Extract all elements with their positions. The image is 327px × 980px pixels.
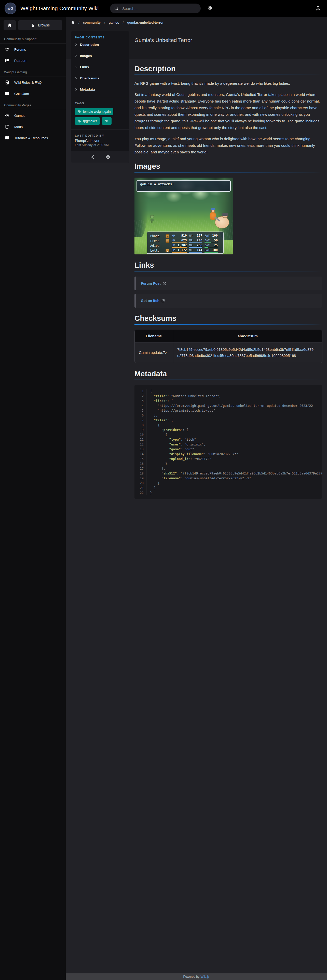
code-line: 1{ — [134, 389, 322, 394]
page-footer: Powered by Wiki.js — [66, 974, 327, 980]
tag-chip-rpgmaker[interactable]: rpgmaker — [75, 117, 100, 125]
goblin-sprite — [150, 215, 154, 223]
page-contents-label: PAGE CONTENTS — [75, 36, 125, 39]
site-logo[interactable]: wG — [5, 3, 16, 14]
search-box[interactable] — [110, 3, 201, 13]
battle-status-row: AdipeHP1,302MP266FAT25 — [147, 243, 223, 248]
page-title: Gumia's Unbelted Terror — [134, 37, 192, 43]
toc-item-images[interactable]: Images — [75, 50, 125, 61]
print-button[interactable] — [105, 155, 110, 159]
toc-item-metadata[interactable]: Metadata — [75, 84, 125, 95]
code-line: 20 } — [134, 480, 322, 485]
code-line: 15 "upload_id": "9421172" — [134, 457, 322, 461]
sidebar-item-label: Wiki Rules & FAQ — [14, 81, 41, 84]
state-icon-empty — [166, 244, 169, 248]
code-line: 6 ], — [134, 413, 322, 418]
link-forum-post[interactable]: Forum Post — [134, 277, 322, 290]
sidebar-item-tutorials[interactable]: Tutorials & Resources — [0, 132, 66, 143]
external-link-icon — [161, 299, 165, 302]
footer-text: Powered by — [183, 975, 199, 978]
browse-tags-icon[interactable] — [207, 5, 213, 11]
game-screenshot[interactable]: goblin A attacks! Phage↻HP910MP137FAT100… — [134, 178, 233, 255]
code-lines: 1{2 "title": "Gumia's Unbelted Terror",3… — [134, 389, 322, 495]
external-link-icon — [163, 282, 166, 285]
sidebar-item-label: Patreon — [14, 59, 26, 63]
user-account-icon[interactable] — [315, 5, 321, 12]
party-sprite — [215, 214, 231, 229]
code-line: 5 "https://grimimic.itch.io/gut" — [134, 408, 322, 413]
page-contents-panel: PAGE CONTENTS Description Images Links C… — [71, 31, 129, 162]
cell-filename: Gumia update.7z — [135, 342, 173, 363]
share-icon — [90, 155, 95, 159]
search-icon — [114, 6, 119, 11]
toc-item-checksums[interactable]: Checksums — [75, 73, 125, 84]
code-line: 3 "links": [ — [134, 398, 322, 403]
chevron-right-icon — [75, 66, 77, 68]
sidebar-item-label: Tutorials & Resources — [14, 136, 48, 140]
home-button[interactable] — [3, 20, 16, 30]
sidebar-item-wiki-rules[interactable]: Wiki Rules & FAQ — [0, 77, 66, 88]
battle-message-window: goblin A attacks! — [137, 180, 231, 192]
article: Description An RPG game with a twist, be… — [134, 59, 322, 509]
browse-button[interactable]: Browse — [18, 20, 62, 30]
printer-icon — [105, 155, 110, 159]
chevron-right-icon — [75, 77, 77, 80]
sidebar-item-label: Mods — [14, 125, 23, 129]
state-icon: ↻ — [166, 234, 169, 238]
sidebar-item-label: Games — [14, 114, 26, 118]
code-line: 8 { — [134, 423, 322, 427]
search-input[interactable] — [122, 6, 196, 11]
breadcrumb-item-page[interactable]: gumias-unbelted-terror — [127, 21, 164, 24]
sidebar-item-mods[interactable]: Mods — [0, 121, 66, 132]
tag-chip-female-weight-gain[interactable]: female weight gain — [75, 108, 113, 115]
chevron-right-icon — [75, 43, 77, 46]
description-paragraph: Set in a fantasy world of Gods, goblins … — [134, 91, 322, 131]
home-icon — [71, 20, 75, 24]
breadcrumb-item-games[interactable]: games — [109, 21, 119, 24]
link-get-on-itch[interactable]: Get on Itch — [134, 294, 322, 308]
code-line: 21 ] — [134, 485, 322, 490]
section-heading-metadata: Metadata — [134, 370, 322, 378]
description-paragraph: You play as Phage, a thief and young wom… — [134, 135, 322, 156]
state-icon: ⁙ — [166, 239, 169, 243]
toc-item-links[interactable]: Links — [75, 61, 125, 73]
sidebar-item-label: Forums — [14, 48, 26, 51]
breadcrumb-separator: / — [78, 21, 80, 24]
section-underline — [134, 172, 322, 172]
section-underline — [134, 380, 322, 380]
checksums-table: Filename sha512sum Gumia update.7z 7f8cb… — [134, 330, 322, 363]
battle-status-row: Fress⁙HP623MP296FAT50 — [147, 239, 223, 243]
chevron-right-icon — [75, 55, 77, 57]
sidebar-item-gain-jam[interactable]: Gain Jam — [0, 88, 66, 99]
section-underline — [134, 75, 322, 75]
sidebar-item-forums[interactable]: Forums — [0, 44, 66, 55]
battle-status-row: Phage↻HP910MP137FAT100 — [147, 234, 223, 239]
breadcrumb-separator: / — [104, 21, 105, 24]
share-button[interactable] — [90, 155, 95, 159]
code-line: 14 "display_filename": "Gumia2023V2.7z", — [134, 452, 322, 457]
wiki-page: wG Weight Gaming Community Wiki Browse C… — [0, 0, 327, 980]
breadcrumb-home[interactable] — [71, 20, 75, 24]
patreon-icon — [5, 58, 10, 63]
code-line: 17 ], — [134, 466, 322, 471]
section-heading-links: Links — [134, 261, 322, 269]
section-underline — [134, 271, 322, 272]
browse-all-tags-chip[interactable] — [102, 117, 112, 125]
page-actions-bar — [71, 151, 129, 162]
breadcrumb-item-community[interactable]: community — [83, 21, 100, 24]
breadcrumb-separator: / — [123, 21, 124, 24]
section-underline — [134, 324, 322, 325]
site-title: Weight Gaming Community Wiki — [21, 0, 99, 17]
footer-wikijs-link[interactable]: Wiki.js — [201, 975, 210, 978]
tags-multiple-icon — [105, 119, 109, 123]
checksums-table-header: Filename sha512sum — [135, 330, 322, 342]
last-edited-time: Last Sunday at 2:00 AM — [71, 143, 129, 151]
gamepad-icon — [4, 113, 10, 118]
toc-item-description[interactable]: Description — [75, 39, 125, 50]
last-edited-author: PlumpGirlLover — [71, 137, 129, 143]
sidebar-item-games[interactable]: Games — [0, 110, 66, 121]
code-line: 12 "user": "grimimic", — [134, 442, 322, 447]
sidebar-item-patreon[interactable]: Patreon — [0, 55, 66, 66]
scroll-icon — [5, 124, 10, 129]
code-line: 22} — [134, 490, 322, 495]
